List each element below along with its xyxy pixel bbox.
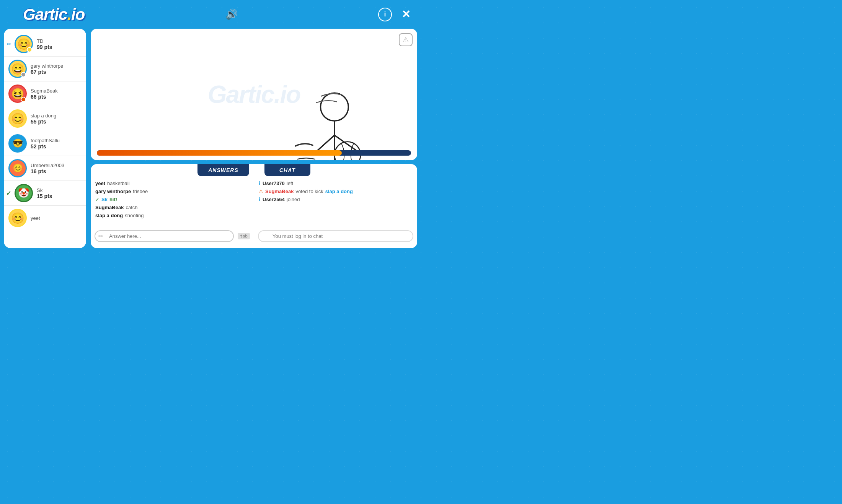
list-item: 😊 slap a dong 55 pts xyxy=(4,106,86,131)
header-right: i ✕ xyxy=(378,7,413,22)
pencil-icon: ✏ xyxy=(98,232,103,240)
tab-chat[interactable]: CHAT xyxy=(264,164,310,176)
answer-input-wrap: ✏ tab xyxy=(91,227,254,245)
warning-icon: ⚠ xyxy=(403,36,409,44)
player-name: Umberella2003 xyxy=(31,163,82,168)
right-area: Gartic.io xyxy=(91,29,417,248)
answer-text: shooting xyxy=(125,213,144,218)
avatar-wrap: 😎 xyxy=(8,134,27,153)
chat-message-text: left xyxy=(287,180,293,186)
chat-input[interactable] xyxy=(258,230,413,242)
close-button[interactable]: ✕ xyxy=(398,7,413,22)
player-pts: 16 pts xyxy=(31,168,82,174)
answers-section: yeet basketball gary winthorpe frisbee ✓… xyxy=(91,176,254,248)
info-icon: ℹ xyxy=(259,180,261,186)
canvas-drawing xyxy=(91,29,417,160)
player-info: Sk 15 pts xyxy=(37,187,82,199)
tab-hint: tab xyxy=(238,233,250,239)
edit-icon: ✏ xyxy=(7,41,11,47)
answer-player-name: gary winthorpe xyxy=(95,189,131,194)
check-icon: ✓ xyxy=(95,197,100,202)
answer-entry: yeet basketball xyxy=(95,179,249,187)
header: Gartic.io 🔊 i ✕ xyxy=(0,0,421,29)
canvas-panel: Gartic.io xyxy=(91,29,417,160)
list-item: 😊 Umberella2003 16 pts xyxy=(4,156,86,181)
info-button[interactable]: i xyxy=(378,8,392,21)
chat-target-name: slap a dong xyxy=(325,189,353,194)
chat-red-name: SugmaBeak xyxy=(265,189,294,194)
main-container: ✏ 😊 TD 99 pts 😄 gary winthorpe 67 pts xyxy=(4,29,417,248)
chat-entry: ℹ User7370 left xyxy=(259,179,413,187)
answer-entry: slap a dong shooting xyxy=(95,211,249,219)
info-icon: ℹ xyxy=(259,197,261,202)
avatar-wrap: 😊 xyxy=(8,109,27,128)
status-dot xyxy=(21,97,26,102)
avatar: 😊 xyxy=(8,109,27,128)
answer-text: frisbee xyxy=(133,189,148,194)
warn-icon: ⚠ xyxy=(259,189,263,194)
player-pts: 15 pts xyxy=(37,193,82,199)
chat-action-text: voted to kick xyxy=(295,189,323,194)
answer-player-name: SugmaBeak xyxy=(95,205,124,210)
list-item: 😊 yeet xyxy=(4,206,86,230)
avatar: 😊 xyxy=(8,209,27,227)
progress-bar-fill xyxy=(97,150,342,156)
player-info: TD 99 pts xyxy=(37,38,82,50)
svg-point-0 xyxy=(321,93,349,121)
answers-list: yeet basketball gary winthorpe frisbee ✓… xyxy=(91,179,254,227)
player-pts: 66 pts xyxy=(31,94,82,100)
avatar-wrap: 😆 xyxy=(8,85,27,103)
answer-text: catch xyxy=(126,205,137,210)
player-list-panel: ✏ 😊 TD 99 pts 😄 gary winthorpe 67 pts xyxy=(4,29,86,248)
player-info: yeet xyxy=(31,215,82,221)
player-info: SugmaBeak 66 pts xyxy=(31,88,82,100)
player-name: footpathSallu xyxy=(31,138,82,143)
avatar: 😎 xyxy=(8,134,27,153)
hit-text: hit! xyxy=(109,197,117,202)
tabs-row: ANSWERS CHAT xyxy=(91,164,417,176)
player-name: Sk xyxy=(37,187,82,193)
status-dot xyxy=(27,47,32,52)
player-pts: 55 pts xyxy=(31,119,82,125)
answer-player-name: yeet xyxy=(95,180,105,186)
chat-username: User2564 xyxy=(263,197,285,202)
list-item: ✓ 🤡 Sk 15 pts xyxy=(4,181,86,206)
answer-input[interactable] xyxy=(95,230,234,242)
answer-entry-correct: ✓ Sk hit! xyxy=(95,195,249,203)
chat-entry: ⚠ SugmaBeak voted to kick slap a dong xyxy=(259,187,413,195)
report-button[interactable]: ⚠ xyxy=(399,33,413,46)
player-info: footpathSallu 52 pts xyxy=(31,138,82,150)
avatar-wrap: 😊 xyxy=(15,35,33,53)
avatar: 😊 xyxy=(8,159,27,177)
chat-section: ℹ User7370 left ⚠ SugmaBeak voted to kic… xyxy=(254,176,417,248)
avatar-wrap: 🤡 xyxy=(15,184,33,202)
list-item: ✏ 😊 TD 99 pts xyxy=(4,32,86,57)
player-name: yeet xyxy=(31,215,82,221)
header-center: 🔊 xyxy=(85,8,378,20)
answer-player-name: Sk xyxy=(101,197,108,202)
player-name: TD xyxy=(37,38,82,44)
player-info: gary winthorpe 67 pts xyxy=(31,63,82,75)
answer-text: basketball xyxy=(107,180,130,186)
chat-entry: ℹ User2564 joined xyxy=(259,195,413,203)
chat-messages: ℹ User7370 left ⚠ SugmaBeak voted to kic… xyxy=(254,179,417,227)
avatar-wrap: 😊 xyxy=(8,159,27,177)
player-pts: 99 pts xyxy=(37,44,82,50)
chat-input-container: 💬 xyxy=(258,230,413,242)
avatar-wrap: 😊 xyxy=(8,209,27,227)
answer-entry: SugmaBeak catch xyxy=(95,203,249,211)
list-item: 😄 gary winthorpe 67 pts xyxy=(4,57,86,81)
tab-answers[interactable]: ANSWERS xyxy=(197,164,249,176)
progress-bar xyxy=(97,150,411,156)
avatar-wrap: 😄 xyxy=(8,60,27,78)
answer-player-name: slap a dong xyxy=(95,213,123,218)
volume-button[interactable]: 🔊 xyxy=(225,8,238,20)
bottom-panel: ANSWERS CHAT yeet basketball gary wintho… xyxy=(91,164,417,248)
chat-username: User7370 xyxy=(263,180,285,186)
list-item: 😎 footpathSallu 52 pts xyxy=(4,131,86,156)
player-info: slap a dong 55 pts xyxy=(31,113,82,125)
check-icon: ✓ xyxy=(6,190,11,197)
list-item: 😆 SugmaBeak 66 pts xyxy=(4,81,86,106)
chat-input-wrap: 💬 xyxy=(254,227,417,245)
status-dot xyxy=(21,72,26,77)
